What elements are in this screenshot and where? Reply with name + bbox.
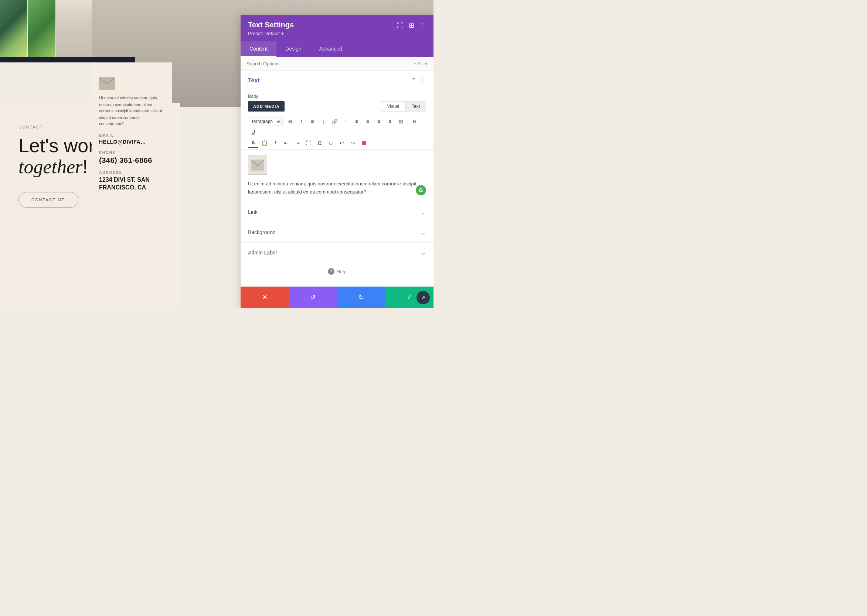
heading-exclaim: !	[82, 156, 88, 177]
underline-button[interactable]: U	[248, 127, 259, 137]
filter-button[interactable]: + Filter	[414, 61, 427, 66]
link-title: Link	[248, 209, 258, 215]
editor-area[interactable]: Ut enim ad minima veniam, quis nostrum e…	[241, 149, 434, 202]
tab-content[interactable]: Content	[241, 41, 276, 57]
admin-arrow-icon: ⌄	[421, 248, 426, 257]
background-title: Background	[248, 229, 276, 235]
panel-header-icons: ⛶ ⊞ ⋮	[397, 21, 426, 30]
font-color-button[interactable]: A	[248, 138, 259, 148]
panel-footer: ✕ ↺ ↻ ✓	[241, 287, 434, 308]
help-label[interactable]: Help	[337, 269, 347, 274]
image-grid-left	[0, 0, 91, 57]
section-header-icons: ⌃ ⋮	[411, 77, 426, 85]
panel-preset[interactable]: Preset: Default ▾	[248, 31, 294, 36]
cancel-button[interactable]: ✕	[241, 287, 289, 308]
toolbar-row-2: A 📋 I ⇤ ⇥ ⛶ Ω ☺ ↩ ↪ ⊠	[248, 138, 426, 148]
editor-toolbar: Paragraph B I ≡ ⋮ 🔗 " ≡ ≡ ≡ ≡ ⊞ S U A	[241, 115, 434, 149]
email-label: EMAIL	[99, 133, 164, 137]
admin-label-title: Admin Label	[248, 250, 277, 256]
redo-button[interactable]: ↻	[337, 287, 385, 308]
align-center-button[interactable]: ≡	[363, 117, 373, 126]
admin-label-section: Admin Label ⌄	[241, 243, 434, 263]
panel-search-bar: + Filter	[241, 57, 434, 71]
text-section-header: Text ⌃ ⋮	[241, 71, 434, 90]
tab-advanced[interactable]: Advanced	[311, 41, 351, 57]
toolbar-row-1: Paragraph B I ≡ ⋮ 🔗 " ≡ ≡ ≡ ≡ ⊞ S U	[248, 117, 426, 137]
copy-style-button[interactable]: 📋	[259, 138, 270, 148]
editor-body-text: Ut enim ad minima veniam, quis nostrum e…	[248, 180, 426, 196]
emoji-button[interactable]: ☺	[326, 138, 336, 148]
background-section: Background ⌄	[241, 222, 434, 243]
panel-tabs: Content Design Advanced	[241, 41, 434, 57]
blockquote-button[interactable]: "	[340, 117, 351, 126]
italic2-button[interactable]: I	[270, 138, 281, 148]
ai-assist-icon[interactable]: G	[416, 185, 426, 195]
visual-text-toggle: Visual Text	[381, 101, 426, 112]
table-button[interactable]: ⊞	[396, 117, 406, 126]
strikethrough-button[interactable]: S	[410, 117, 420, 126]
more-options-icon[interactable]: ⋮	[419, 21, 426, 30]
indent-more-button[interactable]: ⇥	[292, 138, 303, 148]
text-section-title: Text	[248, 77, 260, 84]
building-image	[56, 0, 91, 57]
panel-title: Text Settings	[248, 21, 294, 29]
section-more-icon[interactable]: ⋮	[419, 77, 426, 85]
tab-design[interactable]: Design	[276, 41, 311, 57]
address-value: 1234 DIVI ST. SAN FRANCISCO, CA	[99, 176, 164, 192]
fullscreen-editor-button[interactable]: ⛶	[303, 138, 314, 148]
align-right-button[interactable]: ≡	[374, 117, 384, 126]
paragraph-dropdown[interactable]: Paragraph	[248, 117, 282, 126]
background-arrow-icon: ⌄	[421, 228, 426, 236]
text-button[interactable]: Text	[405, 101, 426, 112]
placeholder-envelope-icon	[251, 160, 264, 171]
link-button[interactable]: 🔗	[329, 117, 340, 126]
undo-editor-button[interactable]: ↩	[337, 138, 347, 148]
special-char-button[interactable]: Ω	[315, 138, 325, 148]
plant-image-1	[0, 0, 27, 57]
phone-label: PHONE	[99, 151, 164, 155]
toolbar-separator-2	[408, 118, 408, 125]
undo-button[interactable]: ↺	[289, 287, 337, 308]
link-arrow-icon: ⌄	[421, 208, 426, 216]
help-row: ? Help	[241, 263, 434, 280]
address-label: ADDRESS	[99, 171, 164, 175]
background-section-header[interactable]: Background ⌄	[241, 222, 434, 242]
redo-editor-button[interactable]: ↪	[348, 138, 358, 148]
bullet-list-button[interactable]: ≡	[307, 117, 317, 126]
indent-less-button[interactable]: ⇤	[281, 138, 292, 148]
contact-body-text: Ut enim ad minima veniam, quis nostrum e…	[99, 95, 164, 127]
image-inline-button[interactable]: ⊠	[359, 138, 369, 148]
align-left-button[interactable]: ≡	[352, 117, 362, 126]
panel-header: Text Settings Preset: Default ▾ ⛶ ⊞ ⋮	[241, 15, 434, 41]
phone-value: (346) 361-6866	[99, 156, 164, 165]
toolbar-top-row: ADD MEDIA Visual Text	[241, 101, 434, 115]
contact-me-button[interactable]: CONTACT ME	[19, 192, 78, 207]
italic-button[interactable]: I	[296, 117, 306, 126]
contact-info: Ut enim ad minima veniam, quis nostrum e…	[91, 63, 172, 206]
add-media-button[interactable]: ADD MEDIA	[248, 101, 285, 112]
justify-button[interactable]: ≡	[385, 117, 395, 126]
link-section-header[interactable]: Link ⌄	[241, 202, 434, 222]
plant-image-2	[28, 0, 55, 57]
panel-content: Text ⌃ ⋮ Body ADD MEDIA Visual Text Para…	[241, 71, 434, 287]
search-input[interactable]	[246, 61, 414, 66]
body-label: Body	[241, 90, 434, 101]
settings-panel: Text Settings Preset: Default ▾ ⛶ ⊞ ⋮ Co…	[241, 15, 434, 308]
admin-label-section-header[interactable]: Admin Label ⌄	[241, 243, 434, 262]
layout-icon[interactable]: ⊞	[409, 21, 414, 30]
heading-italic: together	[19, 156, 82, 177]
help-icon[interactable]: ?	[328, 268, 334, 275]
visual-button[interactable]: Visual	[381, 101, 405, 112]
ordered-list-button[interactable]: ⋮	[318, 117, 329, 126]
bold-button[interactable]: B	[285, 117, 295, 126]
envelope-icon	[99, 77, 115, 90]
dark-divider	[0, 57, 135, 63]
bottom-nav-arrow[interactable]: ↗	[416, 291, 430, 304]
panel-title-area: Text Settings Preset: Default ▾	[248, 21, 294, 36]
editor-image-placeholder	[248, 156, 267, 175]
fullscreen-icon[interactable]: ⛶	[397, 22, 404, 30]
toolbar-separator-1	[283, 118, 284, 125]
link-section: Link ⌄	[241, 202, 434, 222]
collapse-icon[interactable]: ⌃	[411, 77, 416, 85]
email-value: HELLO@DIVIFA…	[99, 139, 164, 145]
